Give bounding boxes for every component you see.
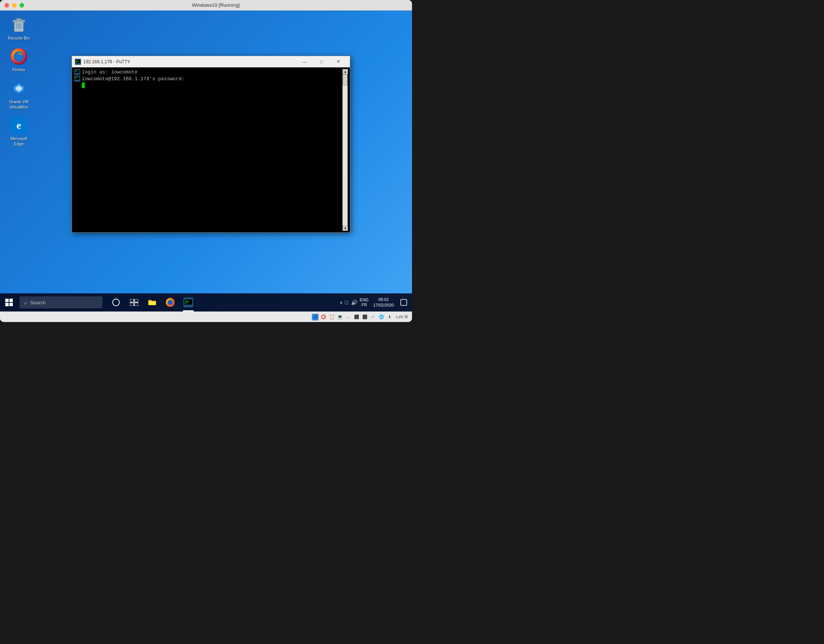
putty-controls: — □ ✕ <box>296 56 347 68</box>
scrollbar-down-button[interactable]: ▼ <box>343 226 348 231</box>
svg-rect-23 <box>75 72 76 72</box>
putty-scrollbar-area: login as: lowcomote lowcomote@192.168.1.… <box>74 69 347 231</box>
firefox-label: Firefox <box>12 67 25 72</box>
desktop-icons-container: ♻ Recycle Bin <box>4 14 34 148</box>
bottom-tray-icon-5[interactable]: — <box>345 314 352 321</box>
windows-taskbar: ⌕ Search <box>0 294 412 312</box>
recycle-bin-label: Recycle Bin <box>8 35 30 41</box>
putty-scrollbar[interactable]: ▲ ▼ <box>342 69 347 231</box>
taskbar-start-button[interactable] <box>0 294 18 312</box>
bottom-tray-icon-9[interactable]: 🌐 <box>378 314 385 321</box>
putty-maximize-button[interactable]: □ <box>313 56 330 68</box>
tray-icons: □ 🔊 <box>344 299 358 306</box>
scrollbar-up-button[interactable]: ▲ <box>343 69 348 74</box>
putty-icon <box>75 59 81 65</box>
svg-rect-37 <box>134 303 138 306</box>
desktop-icon-recycle-bin[interactable]: ♻ Recycle Bin <box>4 14 34 42</box>
bottom-tray-icons: 🔵 ⭕ 📋 💻 — ⬛ ⬛ ✓ 🌐 ⬇ <box>312 314 393 321</box>
bottom-tray-icon-6[interactable]: ⬛ <box>353 314 360 321</box>
tray-network-icon[interactable]: □ <box>344 299 349 306</box>
terminal-putty-icon-3 <box>74 83 80 89</box>
putty-content: login as: lowcomote lowcomote@192.168.1.… <box>74 69 342 231</box>
virtualbox-icon <box>10 80 28 98</box>
taskbar-explorer-button[interactable] <box>143 294 161 312</box>
taskbar-search-bar[interactable]: ⌕ Search <box>20 297 103 309</box>
bottom-tray-icon-3[interactable]: 📋 <box>328 314 335 321</box>
svg-text:♻: ♻ <box>16 22 22 30</box>
svg-rect-36 <box>130 303 134 306</box>
mac-window: Windows10 [Running] ♻ <box>0 0 412 322</box>
tray-volume-icon[interactable]: 🔊 <box>350 299 358 306</box>
mac-titlebar: Windows10 [Running] <box>0 0 412 11</box>
terminal-cursor <box>82 83 85 88</box>
bottom-bar-label: Left ⌘ <box>396 315 408 320</box>
svg-rect-34 <box>130 299 134 302</box>
recycle-bin-icon: ♻ <box>10 16 28 34</box>
putty-terminal[interactable]: login as: lowcomote lowcomote@192.168.1.… <box>72 68 350 232</box>
scrollbar-thumb[interactable] <box>343 74 347 86</box>
terminal-text-2: lowcomote@192.168.1.178's password: <box>82 76 184 83</box>
mac-window-title: Windows10 [Running] <box>24 2 407 8</box>
virtualbox-label: Oracle VM VirtualBox <box>5 99 32 110</box>
terminal-putty-icon-2 <box>74 76 80 82</box>
desktop-icon-edge[interactable]: e Microsoft Edge <box>4 115 34 148</box>
svg-rect-30 <box>9 299 13 302</box>
taskbar-apps <box>107 294 197 312</box>
tray-date: 17/02/2020 <box>373 303 394 308</box>
svg-text:e: e <box>17 119 21 131</box>
mac-bottom-bar: 🔵 ⭕ 📋 💻 — ⬛ ⬛ ✓ 🌐 ⬇ Left ⌘ <box>0 312 412 322</box>
svg-rect-19 <box>76 62 77 63</box>
putty-minimize-button[interactable]: — <box>296 56 313 68</box>
svg-rect-28 <box>74 83 80 89</box>
svg-rect-38 <box>148 302 156 305</box>
desktop-icon-firefox[interactable]: Firefox <box>4 46 34 74</box>
tray-overflow-button[interactable]: ∧ <box>338 300 344 305</box>
terminal-line-2: lowcomote@192.168.1.178's password: <box>74 76 342 83</box>
taskbar-taskview-button[interactable] <box>125 294 143 312</box>
bottom-tray-icon-2[interactable]: ⭕ <box>320 314 327 321</box>
taskbar-putty-button[interactable] <box>179 294 197 312</box>
mac-minimize-button[interactable] <box>12 3 17 8</box>
tray-notification-button[interactable] <box>397 294 410 312</box>
svg-rect-29 <box>5 299 9 302</box>
svg-rect-35 <box>134 299 138 302</box>
firefox-icon <box>10 48 28 66</box>
mac-close-button[interactable] <box>5 3 9 8</box>
taskbar-cortana-button[interactable] <box>107 294 125 312</box>
svg-point-40 <box>168 300 173 305</box>
windows-desktop: ♻ Recycle Bin <box>0 11 412 312</box>
bottom-tray-icon-4[interactable]: 💻 <box>337 314 343 321</box>
taskbar-search-text: Search <box>30 300 46 306</box>
terminal-line-3 <box>74 83 342 89</box>
svg-rect-27 <box>75 78 76 79</box>
putty-titlebar: 192.168.1.178 - PuTTY — □ ✕ <box>72 56 350 68</box>
svg-rect-46 <box>401 300 407 306</box>
svg-point-33 <box>112 299 119 306</box>
svg-rect-32 <box>9 303 13 306</box>
putty-close-button[interactable]: ✕ <box>330 56 347 68</box>
terminal-text-1: login as: lowcomote <box>82 69 137 76</box>
scrollbar-track <box>343 74 347 226</box>
taskbar-tray: ∧ □ 🔊 ENG FR 08:02 17/02/2020 <box>337 294 412 312</box>
edge-label: Microsoft Edge <box>5 136 32 147</box>
svg-rect-45 <box>185 303 186 304</box>
taskbar-search-icon: ⌕ <box>24 300 27 306</box>
terminal-line-1: login as: lowcomote <box>74 69 342 76</box>
terminal-putty-icon-1 <box>74 69 80 75</box>
putty-title-text: 192.168.1.178 - PuTTY <box>83 59 296 65</box>
tray-time: 08:02 <box>373 297 394 303</box>
bottom-tray-icon-8[interactable]: ✓ <box>370 314 377 321</box>
bottom-tray-icon-7[interactable]: ⬛ <box>361 314 368 321</box>
tray-clock[interactable]: 08:02 17/02/2020 <box>370 297 397 309</box>
svg-rect-31 <box>5 303 9 306</box>
desktop-icon-virtualbox[interactable]: Oracle VM VirtualBox <box>4 78 34 111</box>
mac-maximize-button[interactable] <box>20 3 24 8</box>
putty-window: 192.168.1.178 - PuTTY — □ ✕ <box>72 56 350 233</box>
tray-language-indicator[interactable]: ENG FR <box>358 298 370 307</box>
svg-rect-2 <box>17 18 21 20</box>
mac-window-buttons <box>5 3 24 8</box>
bottom-tray-icon-10[interactable]: ⬇ <box>386 314 393 321</box>
taskbar-firefox-button[interactable] <box>161 294 179 312</box>
edge-icon: e <box>10 116 28 134</box>
bottom-tray-icon-1[interactable]: 🔵 <box>312 314 318 321</box>
